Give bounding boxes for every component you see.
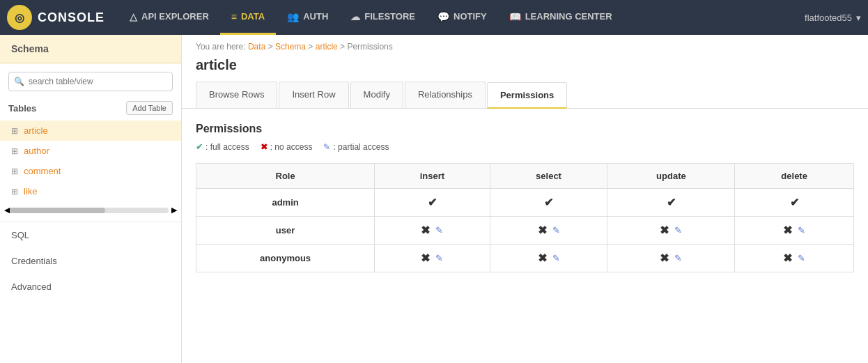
logo[interactable]: ◎ CONSOLE: [7, 5, 104, 30]
table-list: ⊞article⊞author⊞comment⊞like: [0, 118, 181, 204]
logo-text: CONSOLE: [38, 10, 104, 25]
edit-pencil-icon[interactable]: ✎: [435, 225, 443, 235]
perm-cell-user-update: ✖✎: [607, 217, 735, 245]
edit-pencil-icon[interactable]: ✎: [552, 225, 560, 235]
full-access-label: : full access: [206, 142, 249, 152]
search-input[interactable]: [8, 72, 173, 91]
sidebar-schema-title: Schema: [0, 35, 181, 63]
tab-relationships[interactable]: Relationships: [405, 82, 486, 108]
edit-pencil-icon[interactable]: ✎: [674, 225, 682, 235]
check-icon: ✔: [428, 196, 437, 208]
sidebar-item-author[interactable]: ⊞author: [0, 141, 181, 161]
sidebar-scrollbar-area: ◀ ▶: [0, 204, 181, 216]
x-icon: ✖: [421, 224, 430, 237]
learning-center-label: LEARNING CENTER: [525, 11, 612, 22]
sidebar-nav-advanced[interactable]: Advanced: [0, 274, 181, 300]
nav-item-notify[interactable]: 💬NOTIFY: [426, 0, 498, 35]
sidebar-item-comment[interactable]: ⊞comment: [0, 161, 181, 181]
layout: Schema 🔍 Tables Add Table ⊞article⊞autho…: [0, 35, 868, 363]
breadcrumb-article[interactable]: article: [316, 42, 338, 52]
header-row: Roleinsertselectupdatedelete: [196, 164, 854, 189]
table-row: user✖✎✖✎✖✎✖✎: [196, 217, 854, 245]
auth-icon: 👥: [287, 11, 299, 22]
tab-modify[interactable]: Modify: [350, 82, 403, 108]
scroll-right-arrow[interactable]: ▶: [171, 206, 177, 215]
filestore-icon: ☁: [350, 11, 360, 22]
edit-pencil-icon[interactable]: ✎: [674, 253, 682, 263]
x-icon: ✖: [421, 252, 430, 265]
role-cell-anonymous: anonymous: [196, 245, 375, 272]
sidebar-search-area: 🔍: [0, 63, 181, 97]
nav-item-data[interactable]: ≡DATA: [220, 0, 276, 35]
breadcrumb-schema[interactable]: Schema: [275, 42, 306, 52]
table-item-label: author: [24, 146, 49, 156]
data-icon: ≡: [231, 11, 237, 22]
page-title: article: [182, 54, 868, 82]
full-access-icon: ✔: [196, 142, 203, 152]
sidebar-scrollbar-thumb: [10, 208, 105, 213]
cell-pair: ✖✎: [386, 252, 478, 265]
perm-cell-admin-update: ✔: [607, 189, 735, 217]
api-explorer-icon: △: [130, 11, 137, 22]
data-label: DATA: [241, 11, 265, 22]
edit-pencil-icon[interactable]: ✎: [435, 253, 443, 263]
partial-access-label: : partial access: [333, 142, 389, 152]
role-cell-user: user: [196, 217, 375, 245]
sidebar-item-article[interactable]: ⊞article: [0, 121, 181, 141]
cell-pair: ✖✎: [619, 252, 723, 265]
edit-pencil-icon[interactable]: ✎: [552, 253, 560, 263]
main-content: You are here: Data > Schema > article > …: [182, 35, 868, 363]
breadcrumb-data[interactable]: Data: [248, 42, 265, 52]
edit-pencil-icon[interactable]: ✎: [798, 225, 805, 235]
tab-permissions[interactable]: Permissions: [487, 82, 567, 109]
x-icon: ✖: [538, 252, 547, 265]
sidebar: Schema 🔍 Tables Add Table ⊞article⊞autho…: [0, 35, 182, 363]
scroll-left-arrow[interactable]: ◀: [4, 206, 10, 215]
logo-icon: ◎: [7, 5, 32, 30]
nav-user[interactable]: flatfooted55 ▾: [805, 13, 861, 23]
edit-pencil-icon[interactable]: ✎: [798, 253, 805, 263]
perm-cell-anonymous-insert: ✖✎: [375, 245, 490, 272]
perm-cell-anonymous-select: ✖✎: [490, 245, 607, 272]
sidebar-item-like[interactable]: ⊞like: [0, 181, 181, 201]
legend-no-access: ✖ : no access: [261, 142, 313, 152]
tables-header: Tables Add Table: [0, 97, 181, 118]
perm-cell-admin-delete: ✔: [735, 189, 854, 217]
filestore-label: FILESTORE: [364, 11, 415, 22]
perm-cell-anonymous-delete: ✖✎: [735, 245, 854, 272]
cell-pair: ✖✎: [619, 224, 723, 237]
nav-item-filestore[interactable]: ☁FILESTORE: [339, 0, 426, 35]
nav-item-learning-center[interactable]: 📖LEARNING CENTER: [498, 0, 623, 35]
tab-browse-rows[interactable]: Browse Rows: [196, 82, 277, 108]
nav-item-auth[interactable]: 👥AUTH: [276, 0, 339, 35]
sidebar-nav-sql[interactable]: SQL: [0, 222, 181, 248]
sidebar-scrollbar[interactable]: [10, 208, 169, 213]
table-item-label: comment: [24, 166, 61, 176]
legend-partial-access: ✎ : partial access: [323, 142, 389, 152]
partial-access-icon: ✎: [323, 142, 330, 152]
table-body: admin✔✔✔✔user✖✎✖✎✖✎✖✎anonymous✖✎✖✎✖✎✖✎: [196, 189, 854, 272]
sidebar-nav-credentials[interactable]: Credentials: [0, 248, 181, 274]
cell-pair: ✖✎: [746, 252, 842, 265]
tabs: Browse RowsInsert RowModifyRelationships…: [182, 82, 868, 109]
col-header-insert: insert: [375, 164, 490, 189]
x-icon: ✖: [783, 252, 792, 265]
cell-pair: ✖✎: [502, 252, 596, 265]
table-row: anonymous✖✎✖✎✖✎✖✎: [196, 245, 854, 272]
add-table-button[interactable]: Add Table: [126, 101, 173, 115]
table-item-label: article: [24, 125, 48, 136]
col-header-role: Role: [196, 164, 375, 189]
tab-insert-row[interactable]: Insert Row: [279, 82, 348, 108]
breadcrumb: You are here: Data > Schema > article > …: [182, 35, 868, 54]
cell-pair: ✖✎: [746, 224, 842, 237]
cell-pair: ✖✎: [502, 224, 596, 237]
check-icon: ✔: [544, 196, 553, 208]
top-nav: ◎ CONSOLE △API EXPLORER≡DATA👥AUTH☁FILEST…: [0, 0, 868, 35]
no-access-icon: ✖: [261, 142, 268, 152]
sidebar-nav-links: SQLCredentialsAdvanced: [0, 222, 181, 300]
nav-item-api-explorer[interactable]: △API EXPLORER: [118, 0, 220, 35]
chevron-down-icon: ▾: [856, 13, 861, 23]
tables-label: Tables: [8, 103, 36, 114]
permissions-table: Roleinsertselectupdatedelete admin✔✔✔✔us…: [196, 163, 854, 272]
notify-icon: 💬: [437, 11, 449, 22]
